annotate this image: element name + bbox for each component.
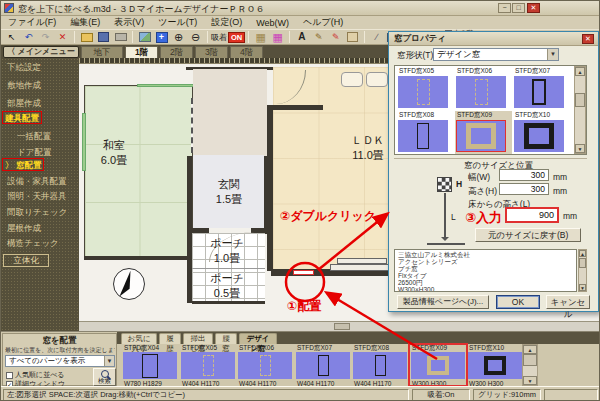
window-thumbnail: [468, 352, 522, 379]
plan-horizontal-scrollbar[interactable]: [79, 321, 600, 331]
sidebar-item-furniture[interactable]: 設備・家具配置: [7, 176, 67, 187]
delete-icon[interactable]: ✕: [55, 31, 70, 44]
hand-icon[interactable]: [345, 31, 360, 44]
parts-tab-sliding[interactable]: 掃出し窓: [183, 333, 213, 344]
scrollbar-thumb[interactable]: [575, 93, 585, 107]
search-button[interactable]: 検索: [93, 368, 116, 386]
window-style-option-selected[interactable]: STFD窓X09: [455, 111, 512, 154]
sidebar-item-room[interactable]: 部屋作成: [7, 98, 41, 109]
sidebar-item-lighting[interactable]: 照明・天井器具: [7, 191, 67, 202]
parts-item[interactable]: STFD窓X05 W404 H1170: [181, 344, 235, 386]
scroll-down-icon[interactable]: ▼: [579, 284, 586, 291]
scroll-up-icon[interactable]: ▲: [523, 345, 537, 354]
height-field[interactable]: 300: [499, 183, 549, 195]
parts-item[interactable]: STFD窓X07 W404 H1170: [296, 344, 350, 386]
divider: [394, 158, 587, 159]
text-tool-icon[interactable]: A: [294, 31, 309, 44]
floor-height-field[interactable]: 900: [505, 207, 559, 223]
parts-item[interactable]: STFD窓X10 W300 H300: [468, 344, 522, 386]
scroll-up-icon[interactable]: ▲: [575, 67, 585, 76]
parts-tab-waist[interactable]: 腰窓: [215, 333, 237, 344]
parts-filter-select[interactable]: すべてのパーツを表示 ▼: [5, 355, 115, 367]
tab-floor-3[interactable]: 3階: [195, 46, 228, 58]
dialog-title-bar[interactable]: 窓プロパティ: [389, 32, 598, 46]
sidebar-item-fittings[interactable]: 建具配置: [2, 111, 42, 124]
window-style-option[interactable]: STFD窓X07: [513, 67, 570, 110]
print-icon[interactable]: [113, 31, 128, 44]
scroll-down-icon[interactable]: ▼: [523, 376, 537, 385]
parts-item[interactable]: STFD窓X04 W780 H1829: [123, 344, 177, 386]
menu-edit[interactable]: 編集(E): [63, 16, 107, 29]
scrollbar-thumb[interactable]: [579, 258, 586, 268]
sidebar: 下絵設定 敷地作成 部屋作成 建具配置 一括配置 ドア配置 〉 窓配置 設備・家…: [1, 58, 79, 331]
placed-window[interactable]: [293, 270, 314, 275]
window-style-option[interactable]: STFD窓X10: [513, 111, 570, 154]
sidebar-item-batch[interactable]: 一括配置: [17, 131, 51, 142]
cancel-button[interactable]: キャンセル: [546, 295, 590, 309]
select-cursor-icon[interactable]: ↖: [4, 31, 19, 44]
menu-view[interactable]: 表示(V): [107, 16, 151, 29]
scroll-up-icon[interactable]: ▲: [579, 250, 586, 257]
menu-file[interactable]: ファイル(F): [1, 16, 63, 29]
open-folder-icon[interactable]: [79, 31, 94, 44]
zoom-out-icon[interactable]: ⊖: [188, 31, 203, 44]
window-glyph: [524, 123, 554, 149]
parts-item[interactable]: STFD窓X08 W404 H1170: [353, 344, 407, 386]
width-field[interactable]: 300: [499, 169, 549, 181]
scroll-down-icon[interactable]: ▼: [575, 144, 585, 153]
reset-size-button[interactable]: 元のサイズに戻す(B): [475, 228, 581, 242]
menu-settings[interactable]: 設定(O): [204, 16, 249, 29]
make-3d-button[interactable]: 立体化: [3, 254, 49, 267]
parts-tab-favorites[interactable]: お気に入り: [121, 333, 157, 344]
product-page-button[interactable]: 製品情報ページへ(J)...: [397, 295, 489, 309]
measure-pen-icon[interactable]: ✎: [328, 31, 343, 44]
chevron-down-icon[interactable]: ▼: [547, 49, 558, 60]
window-style-option[interactable]: STFD窓X06: [455, 67, 512, 110]
parts-item[interactable]: STFD窓X06 W404 H1170: [238, 344, 292, 386]
dialog-close-icon[interactable]: ✕: [582, 34, 594, 44]
popularity-checkbox[interactable]: [6, 372, 13, 379]
parts-tab-history[interactable]: 履歴: [159, 333, 181, 344]
redo-icon[interactable]: ↷: [38, 31, 53, 44]
undo-icon[interactable]: ↶: [21, 31, 36, 44]
sidebar-item-door[interactable]: ドア配置: [17, 147, 51, 158]
window-shape-select[interactable]: デザイン窓 ▼: [433, 48, 559, 61]
tab-floor-2[interactable]: 2階: [160, 46, 193, 58]
parts-tab-design[interactable]: デザイン窓: [239, 333, 277, 344]
main-menu-button[interactable]: 〈 メインメニュー: [3, 46, 79, 58]
minimize-button[interactable]: −: [498, 3, 511, 13]
grid-color-icon[interactable]: ▦: [270, 31, 285, 44]
tab-floor-1[interactable]: 1階: [125, 46, 158, 58]
title-bar: 窓を上下に並べる.m3d - ３ＤマイホームデザイナーＰＲＯ６ − □ ✕: [1, 1, 600, 16]
save-icon[interactable]: [96, 31, 111, 44]
grid-icon[interactable]: ▦: [253, 31, 268, 44]
maximize-button[interactable]: □: [512, 3, 525, 13]
sidebar-item-shitae[interactable]: 下絵設定: [7, 62, 41, 73]
pen-icon[interactable]: ✎: [311, 31, 326, 44]
menu-tools[interactable]: ツール(T): [151, 16, 204, 29]
ok-button[interactable]: OK: [496, 295, 540, 309]
sidebar-item-site[interactable]: 敷地作成: [7, 80, 41, 91]
menu-help[interactable]: ヘルプ(H): [296, 16, 350, 29]
info-scrollbar[interactable]: ▲ ▼: [578, 249, 587, 292]
image-icon[interactable]: [137, 31, 152, 44]
sidebar-item-structure-check[interactable]: 構造チェック: [7, 238, 59, 249]
menu-web[interactable]: Web(W): [249, 18, 296, 28]
tab-floor-4[interactable]: 4階: [230, 46, 263, 58]
list-scrollbar[interactable]: ▲ ▼: [574, 66, 586, 154]
sidebar-item-window[interactable]: 〉 窓配置: [2, 158, 44, 171]
tab-basement[interactable]: 地下: [81, 46, 123, 58]
add-icon[interactable]: +: [154, 31, 169, 44]
chevron-down-icon[interactable]: ▼: [104, 356, 114, 366]
scrollbar-thumb[interactable]: [523, 354, 537, 366]
sidebar-item-roof[interactable]: 屋根作成: [7, 223, 41, 234]
close-button[interactable]: ✕: [527, 3, 540, 13]
parts-scrollbar[interactable]: ▲ ▼: [522, 344, 538, 386]
scrollbar-thumb[interactable]: [334, 323, 350, 330]
sidebar-item-layout-check[interactable]: 間取りチェック: [7, 207, 68, 218]
snap-toggle[interactable]: 吸着 ON: [211, 32, 245, 43]
line-tool-icon[interactable]: ∕: [369, 31, 384, 44]
window-style-option[interactable]: STFD窓X05: [397, 67, 454, 110]
window-style-option[interactable]: STFD窓X08: [397, 111, 454, 154]
zoom-in-icon[interactable]: ⊕: [171, 31, 186, 44]
